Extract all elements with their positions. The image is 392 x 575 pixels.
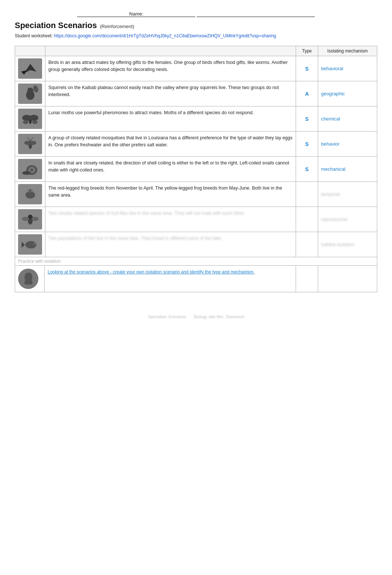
row-image-7: [15, 207, 45, 232]
row-desc-4: A group of closely related mosquitoes th…: [45, 132, 296, 157]
row-image-4: [15, 132, 45, 157]
col-header-type: Type: [296, 46, 318, 56]
table-row: Two populations of fish live in the same…: [15, 232, 377, 257]
col-header-desc: [45, 46, 296, 56]
row-image-2: [15, 81, 45, 106]
row-mechanism-8: habitat isolation: [318, 232, 377, 257]
worksheet-link-row: Student worksheet: https://docs.google.c…: [15, 33, 377, 39]
page-subtitle: (Reinforcement): [100, 24, 134, 29]
row-mechanism-1: behavioral: [318, 56, 377, 81]
bottom-q-mech-cell: [318, 266, 377, 292]
row-image-5: [15, 157, 45, 182]
row-desc-7: Two closely related species of fruit fli…: [45, 207, 296, 232]
row-type-4: S: [296, 132, 318, 157]
svg-marker-1: [21, 70, 27, 75]
svg-point-26: [31, 217, 39, 221]
bottom-question-content: Looking at the scenarios above - create …: [15, 266, 377, 292]
svg-point-3: [27, 88, 33, 94]
svg-point-18: [22, 171, 31, 175]
row-image-3: [15, 106, 45, 132]
row-desc-6: The red-legged frog breeds from November…: [45, 182, 296, 207]
footer-left: Speciation Scenarios: [148, 314, 186, 319]
bottom-question-box: Looking at the scenarios above - create …: [15, 266, 377, 292]
row-desc-8: Two populations of fish live in the same…: [45, 232, 296, 257]
row-type-6: [296, 182, 318, 207]
row-desc-1: Birds in an area attract mates by offeri…: [45, 56, 296, 81]
svg-line-14: [30, 137, 33, 140]
svg-point-8: [23, 120, 28, 124]
main-table: Type Isolating mechanism Birds in an are…: [15, 46, 377, 257]
svg-point-27: [25, 241, 36, 248]
row-mechanism-7: reproductive: [318, 207, 377, 232]
row-image-8: [15, 232, 45, 257]
worksheet-url[interactable]: https://docs.google.com/document/d/1HrTg…: [54, 33, 276, 38]
row-mechanism-2: geographic: [318, 81, 377, 106]
row-type-3: S: [296, 106, 318, 132]
name-field: [197, 11, 315, 17]
svg-point-22: [31, 190, 33, 193]
svg-point-9: [32, 120, 38, 124]
row-mechanism-6: temporal: [318, 182, 377, 207]
svg-point-17: [30, 169, 33, 171]
svg-point-12: [29, 141, 36, 145]
row-type-1: S: [296, 56, 318, 81]
row-type-7: [296, 207, 318, 232]
bottom-q-type-cell: [296, 266, 318, 292]
svg-line-13: [27, 137, 30, 140]
row-type-8: [296, 232, 318, 257]
name-label: Name:: [77, 11, 195, 17]
name-line: Name:: [15, 11, 377, 17]
table-row: Two closely related species of fruit fli…: [15, 207, 377, 232]
svg-marker-28: [21, 242, 24, 248]
svg-point-21: [27, 190, 30, 193]
footer: Speciation Scenarios Biology with Mrs. S…: [15, 314, 377, 319]
svg-rect-31: [24, 280, 32, 285]
bottom-section: Looking at the scenarios above - create …: [15, 266, 377, 292]
col-header-img: [15, 46, 45, 56]
section-label: Practice with isolation: [15, 257, 377, 266]
footer-right: Biology with Mrs. Sherwood: [194, 314, 244, 319]
svg-point-30: [24, 272, 32, 282]
worksheet-prefix: Student worksheet:: [15, 33, 53, 38]
row-image-6: [15, 182, 45, 207]
row-desc-3: Lunar moths use powerful pheromones to a…: [45, 106, 296, 132]
row-type-2: A: [296, 81, 318, 106]
bottom-question-text: Looking at the scenarios above - create …: [45, 266, 296, 292]
row-image-1: [15, 56, 45, 81]
row-mechanism-5: mechanical: [318, 157, 377, 182]
col-header-mech: Isolating mechanism: [318, 46, 377, 56]
table-row: The red-legged frog breeds from November…: [15, 182, 377, 207]
svg-point-7: [30, 115, 38, 121]
page-title: Speciation Scenarios: [15, 21, 97, 30]
row-mechanism-4: behavior: [318, 132, 377, 157]
row-desc-5: In snails that are closely related, the …: [45, 157, 296, 182]
table-row: Squirrels on the Kaibab plateau cannot e…: [15, 81, 377, 106]
row-mechanism-3: chemical: [318, 106, 377, 132]
table-row: Birds in an area attract mates by offeri…: [15, 56, 377, 81]
title-row: Speciation Scenarios (Reinforcement): [15, 21, 377, 30]
svg-point-25: [22, 217, 29, 221]
table-row: A group of closely related mosquitoes th…: [15, 132, 377, 157]
row-type-5: S: [296, 157, 318, 182]
table-row: In snails that are closely related, the …: [15, 157, 377, 182]
bottom-q-image: [15, 266, 45, 292]
row-desc-2: Squirrels on the Kaibab plateau cannot e…: [45, 81, 296, 106]
table-header-row: Type Isolating mechanism: [15, 46, 377, 56]
svg-point-29: [34, 243, 35, 245]
table-row: Lunar moths use powerful pheromones to a…: [15, 106, 377, 132]
svg-point-6: [22, 115, 31, 121]
